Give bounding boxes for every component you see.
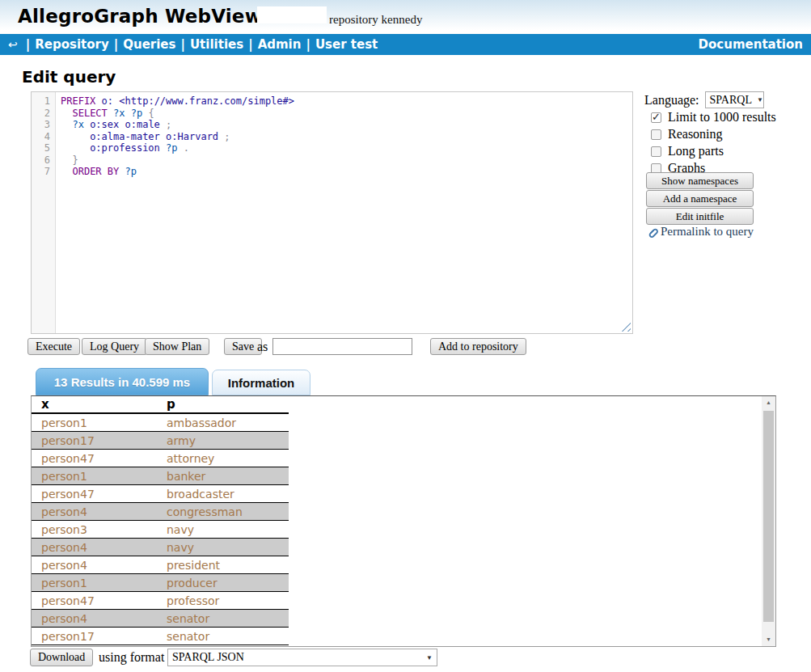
line-number: 2 <box>32 108 55 120</box>
reasoning-label: Reasoning <box>668 127 723 142</box>
nav-separator: | <box>180 37 184 52</box>
cell-x: person3 <box>32 523 167 536</box>
repository-label: repository kennedy <box>329 13 422 27</box>
cell-p: navy <box>167 541 289 554</box>
code-line[interactable]: o:profession ?p . <box>61 142 632 154</box>
scroll-down-arrow-icon[interactable]: ▼ <box>762 633 775 646</box>
download-button[interactable]: Download <box>30 649 93 666</box>
add-to-repository-button[interactable]: Add to repository <box>430 338 526 355</box>
add-namespace-button[interactable]: Add a namespace <box>646 190 754 207</box>
nav-item-user-test[interactable]: User test <box>315 37 378 52</box>
table-row[interactable]: person47broadcaster <box>32 485 289 503</box>
table-row[interactable]: person1ambassador <box>32 414 289 432</box>
table-row[interactable]: person47attorney <box>32 450 289 467</box>
cell-x: person47 <box>32 452 167 465</box>
cell-p: producer <box>167 577 289 590</box>
long-parts-checkbox[interactable] <box>651 146 661 157</box>
reasoning-checkbox[interactable] <box>651 129 661 140</box>
tab-information[interactable]: Information <box>212 370 310 395</box>
cell-x: person17 <box>32 434 167 447</box>
scroll-up-arrow-icon[interactable]: ▲ <box>762 396 775 409</box>
table-row[interactable]: person47professor <box>32 592 289 610</box>
code-line[interactable]: PREFIX o: <http://www.franz.com/simple#> <box>61 95 632 108</box>
code-line[interactable]: ?x o:sex o:male ; <box>61 119 632 131</box>
table-row[interactable]: person1banker <box>32 467 289 485</box>
results-scrollbar[interactable]: ▲ ▼ <box>762 396 775 646</box>
permalink-to-query-link[interactable]: Permalink to query <box>645 225 754 239</box>
format-select[interactable]: SPARQL JSON ▼ <box>167 649 437 666</box>
table-row[interactable]: person4navy <box>32 539 289 556</box>
cell-p: army <box>167 434 289 447</box>
cell-p: congressman <box>167 505 289 518</box>
code-line[interactable]: } <box>61 154 632 167</box>
language-select-value: SPARQL <box>710 94 752 107</box>
nav-link-documentation[interactable]: Documentation <box>699 37 803 52</box>
page-title: Edit query <box>22 67 116 87</box>
nav-item-queries[interactable]: Queries <box>123 37 175 52</box>
code-line[interactable]: SELECT ?x ?p { <box>61 108 632 120</box>
column-header-p: p <box>167 397 289 412</box>
line-number: 7 <box>32 166 55 178</box>
main-nav: ↩|Repository|Queries|Utilities|Admin|Use… <box>0 34 811 55</box>
tab-results[interactable]: 13 Results in 40.599 ms <box>36 368 209 395</box>
cell-p: navy <box>167 523 289 536</box>
edit-initfile-button[interactable]: Edit initfile <box>646 208 754 225</box>
permalink-label: Permalink to query <box>661 225 754 239</box>
language-label: Language: <box>644 93 699 108</box>
table-row[interactable]: person17senator <box>32 628 289 645</box>
show-namespaces-button[interactable]: Show namespaces <box>646 172 754 189</box>
limit-results-checkbox[interactable] <box>651 112 661 123</box>
code-line[interactable]: ORDER BY ?p <box>61 166 632 178</box>
code-line[interactable]: o:alma-mater o:Harvard ; <box>61 131 632 143</box>
cell-p: senator <box>167 612 289 625</box>
line-number: 6 <box>32 154 55 167</box>
nav-item-admin[interactable]: Admin <box>258 37 302 52</box>
cell-p: president <box>167 559 289 572</box>
option-limit-results[interactable]: Limit to 1000 results <box>651 110 776 125</box>
save-as-label: as <box>257 340 268 354</box>
scrollbar-thumb[interactable] <box>763 411 774 622</box>
show-plan-button[interactable]: Show Plan <box>145 338 209 355</box>
line-number: 1 <box>32 95 55 108</box>
cell-x: person47 <box>32 594 167 607</box>
back-arrow-icon[interactable]: ↩ <box>8 38 18 51</box>
nav-item-utilities[interactable]: Utilities <box>190 37 243 52</box>
option-long-parts[interactable]: Long parts <box>651 144 724 158</box>
language-select[interactable]: SPARQL ▼ <box>705 91 764 108</box>
blank-patch <box>257 6 327 23</box>
editor-code[interactable]: PREFIX o: <http://www.franz.com/simple#>… <box>56 92 632 333</box>
cell-x: person4 <box>32 505 167 518</box>
webview-page: AllegroGraph WebView repository kennedy … <box>0 0 811 672</box>
chain-link-icon <box>645 225 659 239</box>
cell-x: person1 <box>32 577 167 590</box>
line-number: 4 <box>32 131 55 143</box>
cell-p: broadcaster <box>167 488 289 501</box>
long-parts-label: Long parts <box>668 144 724 158</box>
table-row[interactable]: person3navy <box>32 521 289 539</box>
cell-x: person1 <box>32 416 167 429</box>
line-number: 5 <box>32 142 55 154</box>
cell-p: banker <box>167 470 289 483</box>
table-row[interactable]: person4congressman <box>32 503 289 521</box>
app-title: AllegroGraph WebView <box>18 6 262 27</box>
table-row[interactable]: person4senator <box>32 610 289 628</box>
nav-item-repository[interactable]: Repository <box>35 37 109 52</box>
table-row[interactable]: person1producer <box>32 574 289 592</box>
save-name-input[interactable] <box>272 338 412 355</box>
cell-x: person1 <box>32 470 167 483</box>
log-query-button[interactable]: Log Query <box>82 338 147 355</box>
cell-x: person47 <box>32 488 167 501</box>
cell-x: person17 <box>32 630 167 643</box>
line-number: 3 <box>32 119 55 131</box>
table-row[interactable]: person17army <box>32 432 289 450</box>
nav-separator: | <box>26 37 30 52</box>
execute-button[interactable]: Execute <box>27 338 80 355</box>
query-editor[interactable]: 1234567 PREFIX o: <http://www.franz.com/… <box>31 91 633 334</box>
column-header-x: x <box>32 397 167 412</box>
option-reasoning[interactable]: Reasoning <box>651 127 723 142</box>
table-row[interactable]: person4president <box>32 556 289 574</box>
limit-results-label: Limit to 1000 results <box>668 110 776 125</box>
cell-x: person4 <box>32 559 167 572</box>
nav-menu: ↩|Repository|Queries|Utilities|Admin|Use… <box>8 37 378 52</box>
results-table: x p person1ambassadorperson17armyperson4… <box>32 396 289 645</box>
